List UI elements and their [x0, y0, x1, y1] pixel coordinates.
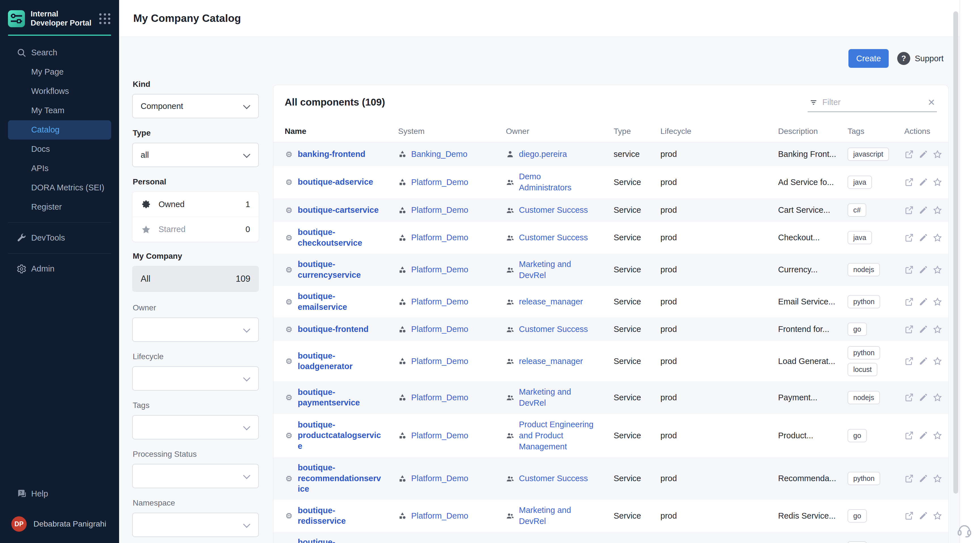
component-name-link[interactable]: boutique-adservice — [298, 177, 373, 188]
open-in-new-icon[interactable] — [904, 150, 914, 159]
sidebar-item-my-page[interactable]: My Page — [0, 62, 119, 82]
column-header-type[interactable]: Type — [614, 127, 660, 136]
owner-link[interactable]: Marketing and DevRel — [519, 259, 594, 281]
open-in-new-icon[interactable] — [904, 356, 914, 366]
star-icon[interactable] — [933, 233, 942, 242]
edit-icon[interactable] — [918, 393, 928, 402]
star-icon[interactable] — [933, 177, 942, 187]
edit-icon[interactable] — [918, 511, 928, 521]
sidebar-item-help[interactable]: ? Help — [0, 484, 119, 503]
edit-icon[interactable] — [918, 205, 928, 215]
edit-icon[interactable] — [918, 431, 928, 440]
owner-link[interactable]: Customer Success — [519, 232, 588, 243]
edit-icon[interactable] — [918, 177, 928, 187]
system-link[interactable]: Platform_Demo — [411, 296, 468, 307]
component-name-link[interactable]: boutique-cartservice — [298, 205, 379, 216]
system-link[interactable]: Platform_Demo — [411, 324, 468, 335]
open-in-new-icon[interactable] — [904, 325, 914, 334]
processing-status-select[interactable] — [132, 464, 259, 488]
system-link[interactable]: Platform_Demo — [411, 430, 468, 441]
apps-grid-icon[interactable] — [99, 13, 111, 24]
component-name-link[interactable]: boutique-checkoutservice — [298, 227, 383, 248]
edit-icon[interactable] — [918, 150, 928, 159]
kind-select[interactable]: Component — [132, 94, 259, 118]
table-filter-input[interactable]: Filter ✕ — [808, 96, 937, 112]
column-header-owner[interactable]: Owner — [506, 127, 614, 136]
open-in-new-icon[interactable] — [904, 177, 914, 187]
component-name-link[interactable]: boutique-loadgenerator — [298, 351, 383, 372]
owner-link[interactable]: Marketing and DevRel — [519, 505, 594, 527]
support-headset-icon[interactable] — [956, 522, 973, 538]
star-icon[interactable] — [933, 356, 942, 366]
system-link[interactable]: Platform_Demo — [411, 177, 468, 188]
type-select[interactable]: all — [132, 143, 259, 167]
star-icon[interactable] — [933, 297, 942, 307]
lifecycle-select[interactable] — [132, 366, 259, 391]
open-in-new-icon[interactable] — [904, 205, 914, 215]
component-name-link[interactable]: boutique-redisservice — [298, 505, 383, 527]
component-name-link[interactable]: boutique-frontend — [298, 324, 369, 335]
star-icon[interactable] — [933, 205, 942, 215]
tags-select[interactable] — [132, 415, 259, 439]
sidebar-item-dora-metrics[interactable]: DORA Metrics (SEI) — [0, 178, 119, 197]
user-profile[interactable]: DP Debabrata Panigrahi — [0, 511, 119, 543]
edit-icon[interactable] — [918, 297, 928, 307]
create-button[interactable]: Create — [848, 49, 889, 68]
sidebar-item-catalog[interactable]: Catalog — [8, 120, 111, 140]
star-icon[interactable] — [933, 325, 942, 334]
system-link[interactable]: Platform_Demo — [411, 264, 468, 275]
column-header-system[interactable]: System — [398, 127, 506, 136]
open-in-new-icon[interactable] — [904, 511, 914, 521]
system-link[interactable]: Platform_Demo — [411, 473, 468, 484]
system-link[interactable]: Platform_Demo — [411, 205, 468, 216]
namespace-select[interactable] — [132, 513, 259, 537]
sidebar-item-admin[interactable]: Admin — [0, 259, 119, 279]
column-header-name[interactable]: Name — [285, 127, 398, 136]
owner-link[interactable]: Customer Success — [519, 473, 588, 484]
owner-link[interactable]: Demo Administrators — [519, 171, 594, 193]
component-name-link[interactable]: banking-frontend — [298, 149, 365, 160]
system-link[interactable]: Platform_Demo — [411, 392, 468, 403]
star-icon[interactable] — [933, 393, 942, 402]
vertical-scrollbar-thumb[interactable] — [953, 11, 958, 494]
owner-link[interactable]: Customer Success — [519, 205, 588, 216]
component-name-link[interactable]: boutique-productcatalogservice — [298, 420, 383, 452]
sidebar-item-workflows[interactable]: Workflows — [0, 82, 119, 101]
component-name-link[interactable]: boutique-shippingservice — [298, 537, 383, 543]
system-link[interactable]: Banking_Demo — [411, 149, 467, 160]
open-in-new-icon[interactable] — [904, 431, 914, 440]
sidebar-item-my-team[interactable]: My Team — [0, 101, 119, 120]
owner-link[interactable]: release_manager — [519, 356, 583, 367]
sidebar-item-apis[interactable]: APIs — [0, 159, 119, 178]
system-link[interactable]: Platform_Demo — [411, 510, 468, 521]
system-link[interactable]: Platform_Demo — [411, 356, 468, 367]
support-button[interactable]: ? Support — [897, 52, 944, 65]
open-in-new-icon[interactable] — [904, 393, 914, 402]
all-filter-row[interactable]: All 109 — [132, 266, 259, 292]
sidebar-item-search[interactable]: Search — [0, 43, 119, 62]
sidebar-item-docs[interactable]: Docs — [0, 140, 119, 159]
star-icon[interactable] — [933, 265, 942, 275]
owner-link[interactable]: Marketing and DevRel — [519, 386, 594, 409]
edit-icon[interactable] — [918, 233, 928, 242]
owner-select[interactable] — [132, 317, 259, 342]
owner-link[interactable]: Customer Success — [519, 324, 588, 335]
component-name-link[interactable]: boutique-emailservice — [298, 291, 383, 312]
column-header-lifecycle[interactable]: Lifecycle — [660, 127, 778, 136]
system-link[interactable]: Platform_Demo — [411, 232, 468, 243]
open-in-new-icon[interactable] — [904, 297, 914, 307]
sidebar-item-register[interactable]: Register — [0, 197, 119, 217]
column-header-description[interactable]: Description — [778, 127, 848, 136]
owner-link[interactable]: diego.pereira — [519, 149, 567, 160]
open-in-new-icon[interactable] — [904, 474, 914, 483]
component-name-link[interactable]: boutique-paymentservice — [298, 387, 383, 408]
owner-link[interactable]: Product Engineering and Product Manageme… — [519, 419, 594, 452]
owned-filter-row[interactable]: Owned 1 — [132, 192, 259, 217]
star-icon[interactable] — [933, 431, 942, 440]
open-in-new-icon[interactable] — [904, 233, 914, 242]
component-name-link[interactable]: boutique-currencyservice — [298, 259, 383, 280]
edit-icon[interactable] — [918, 474, 928, 483]
edit-icon[interactable] — [918, 325, 928, 334]
component-name-link[interactable]: boutique-recommendationservice — [298, 462, 383, 495]
sidebar-item-devtools[interactable]: DevTools — [0, 228, 119, 248]
